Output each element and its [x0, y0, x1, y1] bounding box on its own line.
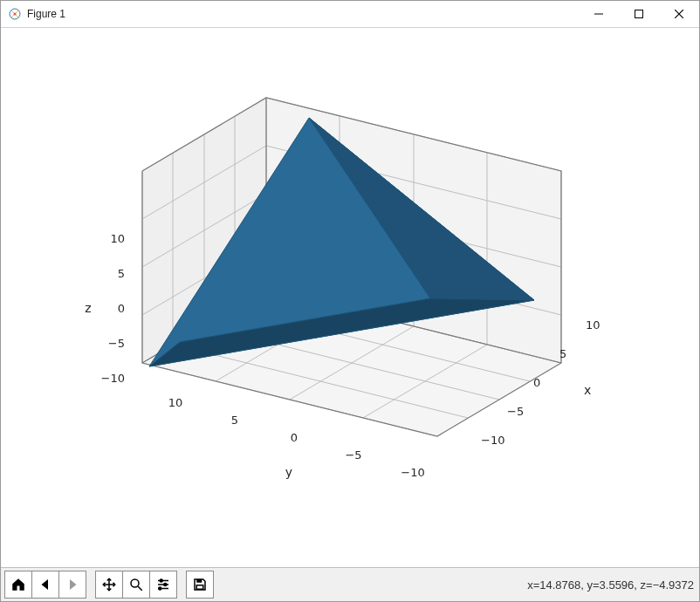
zoom-button[interactable]: [122, 571, 149, 599]
plot-canvas[interactable]: 10 5 0 −5 −10 z 10 5 0 −5 −10 x 10 5 0: [1, 28, 699, 567]
svg-point-1: [14, 13, 17, 16]
z-tick: 5: [118, 267, 125, 280]
titlebar: Figure 1: [1, 1, 699, 28]
svg-point-49: [164, 584, 167, 586]
svg-line-45: [138, 586, 142, 591]
svg-point-51: [159, 587, 161, 590]
y-axis-label: y: [285, 465, 292, 479]
maximize-button[interactable]: [619, 1, 659, 27]
x-tick: 0: [533, 376, 540, 389]
z-axis-label: z: [85, 301, 91, 315]
y-tick: −10: [401, 466, 424, 479]
svg-rect-3: [635, 10, 643, 18]
back-button[interactable]: [31, 571, 58, 599]
z-tick: −5: [108, 337, 125, 350]
z-tick: 0: [118, 302, 125, 315]
minimize-button[interactable]: [579, 1, 619, 27]
home-button[interactable]: [4, 571, 31, 599]
y-tick: 0: [291, 431, 298, 444]
save-button[interactable]: [186, 571, 214, 599]
svg-rect-52: [196, 579, 202, 583]
close-button[interactable]: [659, 1, 699, 27]
y-tick: 10: [168, 396, 183, 409]
pan-button[interactable]: [95, 571, 122, 599]
mpl-toolbar: x=14.8768, y=3.5596, z=−4.9372: [1, 567, 699, 601]
y-tick: 5: [231, 414, 238, 427]
app-icon: [8, 7, 22, 21]
svg-point-47: [160, 579, 162, 582]
x-tick: 5: [559, 347, 566, 360]
z-tick: 10: [110, 232, 125, 245]
svg-rect-53: [196, 585, 203, 590]
svg-point-44: [131, 579, 139, 587]
x-axis-label: x: [584, 383, 591, 397]
cursor-coords: x=14.8768, y=3.5596, z=−4.9372: [527, 578, 694, 592]
z-tick: −10: [101, 372, 125, 385]
window-title: Figure 1: [27, 8, 65, 20]
x-tick: −5: [507, 405, 524, 418]
forward-button[interactable]: [58, 571, 86, 599]
y-tick: −5: [345, 448, 361, 462]
x-tick: 10: [586, 318, 600, 332]
configure-button[interactable]: [149, 571, 177, 599]
x-tick: −10: [481, 434, 504, 447]
z-axis-ticks: 10 5 0 −5 −10 z: [85, 232, 125, 385]
